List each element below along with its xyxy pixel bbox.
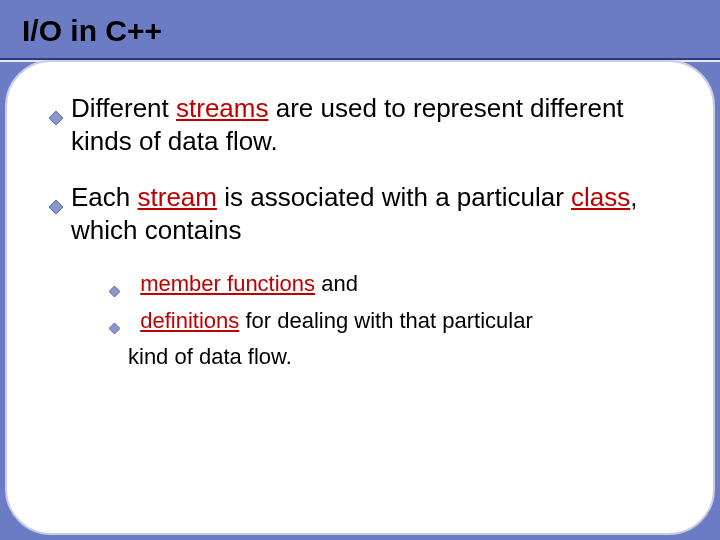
sub-bullet-item: member functions and <box>109 270 671 305</box>
sub-bullet-group: member functions and definitions for dea… <box>49 270 671 372</box>
sub-bullet-text: member functions and <box>128 270 358 299</box>
svg-marker-1 <box>49 200 63 214</box>
diamond-bullet-icon <box>109 276 120 305</box>
content-panel: Different streams are used to represent … <box>5 60 715 535</box>
bullet-item: Each stream is associated with a particu… <box>49 181 671 246</box>
text-fragment: for dealing with that particular <box>239 308 533 333</box>
highlight-term: streams <box>176 93 268 123</box>
slide-title: I/O in C++ <box>22 14 698 48</box>
text-fragment: Different <box>71 93 176 123</box>
highlight-term: stream <box>138 182 217 212</box>
svg-marker-0 <box>49 111 63 125</box>
diamond-bullet-icon <box>49 100 63 133</box>
text-fragment: is associated with a particular <box>217 182 571 212</box>
text-fragment: and <box>315 271 358 296</box>
diamond-bullet-icon <box>49 189 63 222</box>
bullet-item: Different streams are used to represent … <box>49 92 671 157</box>
sub-bullet-continuation: kind of data flow. <box>109 343 671 372</box>
svg-marker-2 <box>109 286 120 297</box>
sub-bullet-item: definitions for dealing with that partic… <box>109 307 671 342</box>
bullet-text: Each stream is associated with a particu… <box>71 181 671 246</box>
highlight-term: class <box>571 182 630 212</box>
text-fragment: Each <box>71 182 138 212</box>
sub-bullet-text: definitions for dealing with that partic… <box>128 307 533 336</box>
highlight-term: definitions <box>140 308 239 333</box>
bullet-text: Different streams are used to represent … <box>71 92 671 157</box>
highlight-term: member functions <box>140 271 315 296</box>
svg-marker-3 <box>109 323 120 334</box>
diamond-bullet-icon <box>109 313 120 342</box>
